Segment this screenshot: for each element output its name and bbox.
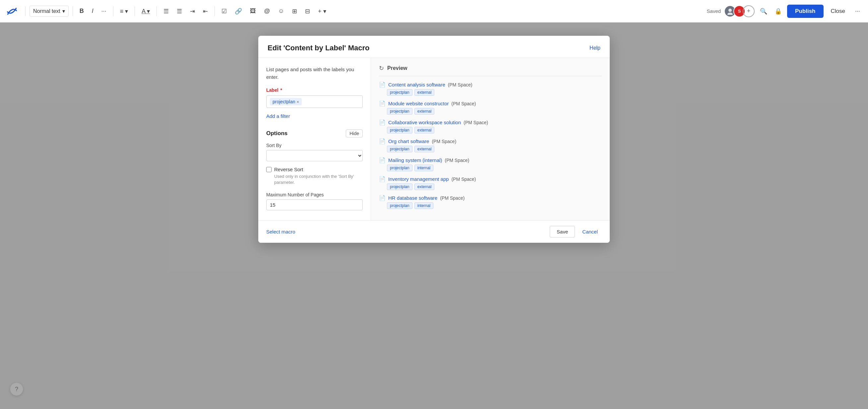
preview-item-row: 📄HR database software(PM Space) bbox=[379, 195, 602, 201]
reverse-sort-row: Reverse Sort bbox=[266, 167, 363, 172]
preview-item-title[interactable]: HR database software bbox=[388, 195, 437, 201]
modal-footer: Select macro Save Cancel bbox=[258, 220, 610, 243]
preview-item-row: 📄Inventory management app(PM Space) bbox=[379, 176, 602, 182]
add-collaborator-button[interactable]: + bbox=[743, 5, 754, 17]
preview-tag: external bbox=[414, 183, 435, 190]
toolbar-right: Saved S + 🔍 🔒 Publish Close ··· bbox=[707, 5, 863, 18]
task-button[interactable]: ☑ bbox=[219, 6, 229, 17]
toolbar-separator-3 bbox=[113, 6, 114, 16]
refresh-icon[interactable]: ↻ bbox=[379, 65, 384, 72]
layout-button[interactable]: ⊟ bbox=[302, 6, 313, 17]
logo[interactable] bbox=[5, 5, 19, 18]
text-style-dropdown[interactable]: Normal text ▾ bbox=[30, 6, 69, 16]
preview-item-row: 📄Mailing system (internal)(PM Space) bbox=[379, 157, 602, 163]
more-format-button[interactable]: ··· bbox=[99, 6, 109, 16]
preview-item-space: (PM Space) bbox=[452, 101, 476, 106]
page-icon: 📄 bbox=[379, 81, 385, 88]
preview-item: 📄Collaborative workspace solution(PM Spa… bbox=[379, 119, 602, 133]
preview-item-row: 📄Module website constructor(PM Space) bbox=[379, 100, 602, 107]
options-title: Options bbox=[266, 130, 287, 137]
preview-tags: projectplanexternal bbox=[387, 183, 602, 190]
reverse-sort-checkbox[interactable] bbox=[266, 167, 272, 172]
preview-list: 📄Content analysis software(PM Space)proj… bbox=[379, 81, 602, 209]
hide-options-button[interactable]: Hide bbox=[346, 130, 363, 137]
italic-button[interactable]: I bbox=[89, 6, 96, 16]
saved-status: Saved bbox=[707, 8, 721, 14]
preview-item-row: 📄Org chart software(PM Space) bbox=[379, 138, 602, 144]
mention-button[interactable]: @ bbox=[261, 6, 273, 16]
page-icon: 📄 bbox=[379, 100, 385, 107]
preview-item-row: 📄Collaborative workspace solution(PM Spa… bbox=[379, 119, 602, 126]
collaborators: S + bbox=[724, 5, 754, 17]
image-button[interactable]: 🖼 bbox=[247, 6, 258, 16]
preview-item: 📄Content analysis software(PM Space)proj… bbox=[379, 81, 602, 96]
preview-item-space: (PM Space) bbox=[448, 82, 472, 88]
max-pages-label: Maximum Number of Pages bbox=[266, 192, 363, 197]
page-icon: 📄 bbox=[379, 176, 385, 182]
bullet-list-button[interactable]: ☰ bbox=[161, 6, 172, 17]
preview-item: 📄Org chart software(PM Space)projectplan… bbox=[379, 138, 602, 152]
max-pages-input[interactable] bbox=[266, 199, 363, 210]
add-filter-button[interactable]: Add a filter bbox=[266, 111, 290, 122]
close-page-button[interactable]: Close bbox=[827, 5, 849, 17]
modal-title: Edit 'Content by Label' Macro bbox=[268, 44, 369, 52]
svg-point-1 bbox=[727, 12, 733, 15]
preview-tag: projectplan bbox=[387, 165, 412, 171]
options-header: Options Hide bbox=[266, 130, 363, 137]
preview-item-title[interactable]: Org chart software bbox=[388, 138, 429, 144]
preview-item-title[interactable]: Mailing system (internal) bbox=[388, 157, 442, 163]
outdent-button[interactable]: ⇤ bbox=[200, 6, 211, 17]
page-icon: 📄 bbox=[379, 138, 385, 144]
required-marker: * bbox=[280, 88, 282, 93]
preview-tag: internal bbox=[414, 202, 433, 209]
preview-tag: projectplan bbox=[387, 127, 412, 133]
table-button[interactable]: ⊞ bbox=[289, 6, 300, 17]
align-button[interactable]: ≡ ▾ bbox=[117, 6, 131, 17]
preview-item: 📄Mailing system (internal)(PM Space)proj… bbox=[379, 157, 602, 171]
preview-item: 📄Inventory management app(PM Space)proje… bbox=[379, 176, 602, 190]
preview-tag: projectplan bbox=[387, 108, 412, 114]
preview-tags: projectplanexternal bbox=[387, 146, 602, 152]
preview-item-space: (PM Space) bbox=[464, 120, 488, 125]
preview-item-title[interactable]: Inventory management app bbox=[388, 176, 449, 182]
left-panel: List pages and posts with the labels you… bbox=[258, 58, 371, 220]
svg-point-0 bbox=[728, 9, 732, 12]
modal-help-button[interactable]: Help bbox=[589, 45, 600, 51]
insert-plus-button[interactable]: + ▾ bbox=[315, 6, 329, 17]
more-options-button[interactable]: ··· bbox=[852, 6, 863, 16]
label-input[interactable]: projectplan × bbox=[266, 95, 363, 108]
preview-item-title[interactable]: Content analysis software bbox=[388, 82, 445, 88]
publish-button[interactable]: Publish bbox=[787, 5, 823, 18]
preview-tag: projectplan bbox=[387, 146, 412, 152]
preview-item-space: (PM Space) bbox=[432, 139, 456, 144]
link-button[interactable]: 🔗 bbox=[232, 6, 245, 17]
text-color-button[interactable]: A ▾ bbox=[139, 6, 153, 17]
search-button[interactable]: 🔍 bbox=[758, 6, 769, 17]
preview-item: 📄Module website constructor(PM Space)pro… bbox=[379, 100, 602, 114]
preview-tags: projectplanexternal bbox=[387, 89, 602, 96]
preview-tags: projectplanexternal bbox=[387, 127, 602, 133]
preview-tag: projectplan bbox=[387, 183, 412, 190]
cancel-button[interactable]: Cancel bbox=[578, 226, 602, 237]
numbered-list-button[interactable]: ☰ bbox=[174, 6, 185, 17]
bold-button[interactable]: B bbox=[77, 6, 87, 16]
preview-title: Preview bbox=[387, 65, 407, 71]
sort-by-select[interactable] bbox=[266, 150, 363, 161]
preview-tag: projectplan bbox=[387, 202, 412, 209]
select-macro-button[interactable]: Select macro bbox=[266, 229, 296, 235]
restrict-button[interactable]: 🔒 bbox=[773, 6, 784, 17]
preview-item-title[interactable]: Module website constructor bbox=[388, 101, 449, 106]
label-tag: projectplan × bbox=[270, 98, 302, 105]
modal-header: Edit 'Content by Label' Macro Help bbox=[258, 36, 610, 58]
tag-remove-button[interactable]: × bbox=[297, 100, 300, 104]
preview-tag: external bbox=[414, 146, 435, 152]
preview-item-title[interactable]: Collaborative workspace solution bbox=[388, 120, 461, 125]
preview-tag: internal bbox=[414, 165, 433, 171]
preview-tag: external bbox=[414, 108, 435, 114]
footer-buttons: Save Cancel bbox=[550, 226, 602, 237]
emoji-button[interactable]: ☺ bbox=[276, 6, 287, 16]
save-button[interactable]: Save bbox=[550, 226, 575, 237]
modal-overlay: Edit 'Content by Label' Macro Help List … bbox=[0, 23, 868, 409]
reverse-sort-label: Reverse Sort bbox=[274, 167, 303, 172]
indent-button[interactable]: ⇥ bbox=[187, 6, 197, 17]
